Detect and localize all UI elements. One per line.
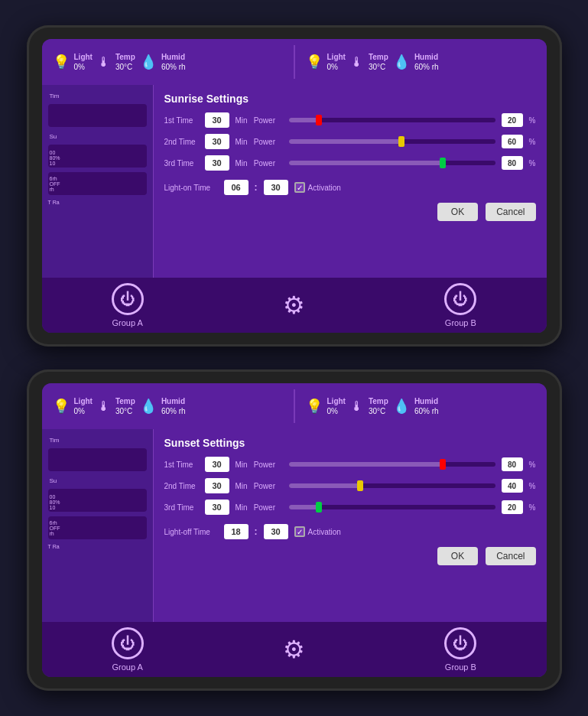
time1-label-1: 1st Time (164, 116, 199, 125)
time2-min-input-2[interactable] (205, 478, 229, 493)
slider-thumb-2-2[interactable] (357, 480, 363, 491)
power2-pct-1: % (529, 138, 536, 146)
slider-fill-2-2 (289, 483, 361, 488)
humid-icon-left-1: 💧 (140, 54, 157, 70)
time3-min-input-1[interactable] (205, 155, 229, 171)
left-panel-block-3: 6rh OFF rh (48, 172, 147, 195)
cancel-button-1[interactable]: Cancel (486, 203, 535, 221)
slider-thumb-3-1[interactable] (440, 158, 446, 168)
slider-container-3-1[interactable] (289, 155, 495, 171)
group-a-label-2: Group A (112, 662, 142, 672)
activation-label-2: Activation (308, 528, 341, 536)
power1-pct-1: % (529, 116, 536, 125)
slider-container-2-1[interactable] (289, 134, 495, 149)
humid-value-left-2: 60% rh (161, 407, 186, 415)
status-section-right-2: 💡 Light 0% 🌡 Temp 30°C 💧 Humid 60% rh (295, 383, 547, 429)
settings-title-1: Sunrise Settings (164, 93, 536, 105)
left-panel-2: Tim Su 00 80% 10 6rh OFF rh T Ra (42, 429, 153, 622)
lighton-colon-1: : (255, 182, 258, 193)
light-label-right-1: Light (327, 53, 346, 61)
slider-track-3-1 (289, 161, 495, 165)
time-row-1-2: 1st Time Min Power % (164, 457, 536, 472)
temp-icon-right-1: 🌡 (350, 54, 364, 70)
slider-thumb-1-1[interactable] (316, 115, 322, 125)
tablet-2: 💡 Light 0% 🌡 Temp 30°C 💧 Humid 60% rh (27, 369, 562, 691)
left-panel-tr-2: T Ra (48, 544, 147, 549)
time1-min-input-2[interactable] (205, 457, 229, 472)
slider-thumb-2-1[interactable] (398, 136, 404, 147)
slider-container-3-2[interactable] (289, 500, 495, 515)
activation-row-2: ✓ Activation (294, 526, 341, 537)
temp-label-right-2: Temp (369, 397, 388, 405)
left-panel-block-2: 00 80% 10 (48, 145, 147, 168)
temp-label-left-2: Temp (115, 397, 135, 405)
power3-value-2[interactable] (502, 500, 523, 514)
lightoff-label-2: Light-off Time (164, 528, 218, 536)
activation-checkbox-2[interactable]: ✓ (294, 526, 305, 537)
time2-label-2: 2nd Time (164, 482, 199, 490)
group-b-button-1[interactable]: ⏻ Group B (444, 283, 476, 327)
slider-thumb-1-2[interactable] (440, 459, 446, 470)
slider-container-1-2[interactable] (289, 457, 495, 472)
main-content-1: Tim Su 00 80% 10 6rh OFF rh T Ra (42, 85, 547, 278)
left-panel-su-1: Su (48, 132, 147, 142)
group-b-button-2[interactable]: ⏻ Group B (444, 627, 476, 672)
light-icon-right-1: 💡 (306, 54, 323, 70)
slider-container-2-2[interactable] (289, 478, 495, 493)
group-a-button-1[interactable]: ⏻ Group A (112, 283, 144, 327)
settings-panel-2: Sunset Settings 1st Time Min Power % (153, 429, 547, 622)
time-row-2-2: 2nd Time Min Power % (164, 478, 536, 493)
bottom-bar-1: ⏻ Group A ⚙ ⏻ Group B (42, 278, 547, 333)
power1-value-1[interactable] (502, 113, 523, 127)
temp-value-left-1: 30°C (115, 63, 135, 71)
slider-track-1-1 (289, 118, 495, 122)
lightoff-hour-input-2[interactable] (224, 524, 249, 539)
humid-value-right-2: 60% rh (414, 407, 439, 415)
power1-value-2[interactable] (502, 457, 523, 471)
power3-label-1: Power (254, 159, 283, 168)
power1-label-2: Power (254, 461, 283, 469)
activation-checkbox-1[interactable]: ✓ (294, 182, 305, 193)
activation-label-1: Activation (308, 184, 341, 192)
humid-value-left-1: 60% rh (161, 63, 186, 71)
temp-value-right-1: 30°C (369, 63, 388, 71)
ok-button-1[interactable]: OK (437, 203, 478, 221)
time3-label-2: 3rd Time (164, 503, 199, 512)
time2-label-1: 2nd Time (164, 138, 199, 146)
left-panel-block-4 (48, 448, 147, 471)
slider-thumb-3-2[interactable] (316, 502, 322, 513)
time1-min-input-1[interactable] (205, 112, 229, 128)
lighton-hour-input-1[interactable] (224, 180, 249, 195)
gear-button-1[interactable]: ⚙ (283, 291, 305, 320)
slider-track-2-1 (289, 139, 495, 144)
light-label-right-2: Light (327, 397, 346, 405)
light-value-left-1: 0% (74, 63, 93, 71)
power1-label-1: Power (254, 116, 283, 125)
humid-label-left-1: Humid (161, 53, 186, 61)
slider-track-3-2 (289, 505, 495, 509)
time3-min-input-2[interactable] (205, 500, 229, 515)
ok-button-2[interactable]: OK (437, 547, 478, 565)
power1-pct-2: % (529, 461, 536, 469)
tablet-1: 💡 Light 0% 🌡 Temp 30°C 💧 Humid 60% rh (27, 25, 562, 347)
time1-min-unit-2: Min (236, 461, 248, 469)
group-a-icon-1: ⏻ (112, 283, 144, 315)
group-b-icon-1: ⏻ (444, 283, 476, 315)
gear-button-2[interactable]: ⚙ (283, 635, 305, 664)
group-b-label-2: Group B (445, 662, 476, 672)
power2-value-1[interactable] (502, 135, 523, 148)
left-panel-block-1 (48, 104, 147, 127)
slider-container-1-1[interactable] (289, 112, 495, 128)
temp-icon-left-1: 🌡 (97, 54, 111, 70)
power3-value-1[interactable] (502, 156, 523, 170)
cancel-button-2[interactable]: Cancel (486, 547, 535, 565)
lightoff-min-input-2[interactable] (264, 524, 288, 539)
lightoff-colon-2: : (255, 526, 258, 537)
temp-icon-right-2: 🌡 (350, 399, 364, 415)
group-a-button-2[interactable]: ⏻ Group A (112, 627, 144, 672)
lighton-min-input-1[interactable] (264, 180, 288, 195)
temp-value-left-2: 30°C (115, 407, 135, 415)
time2-min-input-1[interactable] (205, 134, 229, 149)
slider-fill-1-2 (289, 462, 443, 467)
power2-value-2[interactable] (502, 479, 523, 493)
